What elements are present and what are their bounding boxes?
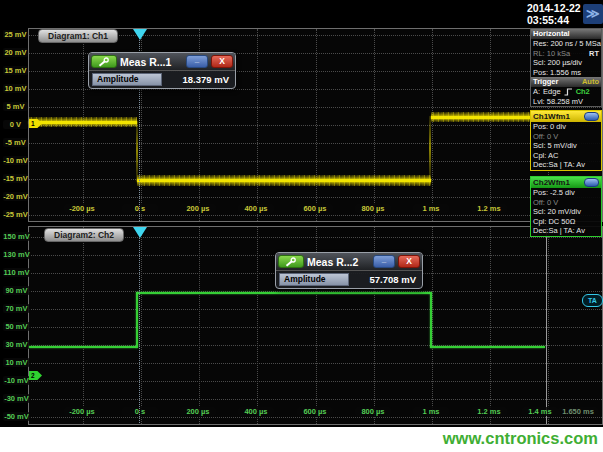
y-axis-label: -15 mV	[3, 174, 28, 183]
ch1-falling-edge	[136, 121, 138, 181]
meas2-titlebar[interactable]: Meas R...2 _ X	[276, 253, 422, 271]
meas-result-window-2[interactable]: Meas R...2 _ X Amplitude 57.708 mV	[275, 252, 423, 289]
y-axis-label: 25 mV	[3, 30, 28, 39]
meas-result-window-1[interactable]: Meas R...1 _ X Amplitude 18.379 mV	[88, 52, 236, 89]
tab-diagram1[interactable]: Diagram1: Ch1	[38, 29, 118, 43]
trigger-position-marker[interactable]	[133, 29, 147, 40]
meas2-param-label[interactable]: Amplitude	[279, 273, 349, 286]
meas1-title: Meas R...1	[120, 56, 186, 68]
ch1-dec-row: Dec:Sa | TA: Av	[531, 160, 601, 170]
ch2wfm1-header[interactable]: Ch2Wfm1	[531, 177, 601, 188]
trigger-position-line	[139, 227, 140, 423]
watermark-text: www.cntronics.com	[443, 429, 598, 448]
ch1wfm1-header[interactable]: Ch1Wfm1	[531, 111, 601, 122]
ch1-pos-row: Pos: 0 div	[531, 122, 601, 132]
x-axis-label: 0 s	[122, 407, 158, 416]
ch1wfm1-panel[interactable]: Ch1Wfm1 Pos: 0 div Off: 0 V Scl: 5 mV/di…	[530, 110, 602, 171]
horizontal-trigger-panel[interactable]: Horizontal Res: 200 ns / 5 MSa/s RL: 10 …	[530, 28, 602, 107]
ch2-scl: Scl: 20 mV/div	[533, 207, 581, 217]
trigger-mode: Auto	[582, 77, 599, 87]
ch2-falling-edge	[430, 292, 432, 348]
x-axis-label: 1.4 ms	[522, 407, 558, 416]
edge-slope-icon	[564, 88, 573, 96]
time-label: 03:55:44	[527, 14, 581, 26]
y-axis-label: 30 mV	[3, 340, 30, 349]
ch1-cpl: Cpl: AC	[533, 151, 558, 161]
rohde-schwarz-logo-icon: ≫	[583, 4, 603, 24]
oscilloscope-screen: 25 mV20 mV15 mV10 mV5 mV0 V-5 mV-10 mV-1…	[0, 0, 603, 452]
meas2-title: Meas R...2	[307, 256, 373, 268]
meas2-value: 57.708 mV	[349, 274, 419, 285]
rl-row: RL: 10 kSa RT	[531, 49, 601, 59]
gridline-v	[374, 29, 375, 221]
trigger-level-badge[interactable]: TA	[582, 294, 603, 307]
y-axis-label: 0 V	[3, 120, 28, 129]
ch2-waveform-high	[137, 292, 431, 294]
gridline-v	[432, 29, 433, 221]
y-axis-label: 50 mV	[3, 322, 30, 331]
x-axis-label: -200 µs	[64, 204, 100, 213]
trigger-title: Trigger	[533, 77, 558, 87]
gridline-v	[490, 227, 491, 424]
y-axis-label: -20 mV	[3, 192, 28, 201]
horizontal-header[interactable]: Horizontal	[531, 29, 601, 39]
y-axis-label: 70 mV	[3, 304, 30, 313]
x-axis-label: 1 ms	[413, 407, 449, 416]
ch1-scl-row: Scl: 5 mV/div	[531, 141, 601, 151]
x-axis-label: 800 µs	[355, 407, 391, 416]
ch1wfm1-title: Ch1Wfm1	[533, 111, 570, 122]
x-axis-label: 0 s	[122, 204, 158, 213]
y-axis-label: 130 mV	[3, 250, 30, 259]
acquisition-end-line	[546, 227, 547, 424]
gridline-v	[432, 227, 433, 424]
scl-row: Scl: 200 µs/div	[531, 58, 601, 68]
datetime-text: 2014-12-22 03:55:44	[527, 2, 581, 26]
trigger-header[interactable]: Trigger Auto	[531, 77, 601, 87]
y-axis-label: 10 mV	[3, 84, 28, 93]
res-value: Res: 200 ns / 5 MSa/s	[533, 39, 601, 49]
close-button[interactable]: X	[211, 55, 233, 68]
ch2-waveform-low-right	[431, 346, 545, 348]
wrench-icon[interactable]	[278, 255, 304, 268]
trigger-position-marker[interactable]	[133, 227, 147, 238]
ch2-scl-row: Scl: 20 mV/div	[531, 207, 601, 217]
panel-minimize-icon[interactable]	[584, 178, 599, 187]
meas1-body: Amplitude 18.379 mV	[89, 71, 235, 88]
panel-minimize-icon[interactable]	[584, 112, 599, 121]
acquisition-end-time-label: 1.650 ms	[558, 407, 598, 416]
y-axis-label: 5 mV	[3, 102, 28, 111]
wrench-icon[interactable]	[91, 55, 117, 68]
pos-value: Pos: 1.556 ms	[533, 68, 581, 78]
datetime-box: 2014-12-22 03:55:44 ≫	[527, 1, 603, 27]
tab-diagram2[interactable]: Diagram2: Ch2	[44, 228, 124, 242]
x-axis-label: 600 µs	[297, 407, 333, 416]
meas1-titlebar[interactable]: Meas R...1 _ X	[89, 53, 235, 71]
close-button[interactable]: X	[398, 255, 420, 268]
minimize-button[interactable]: _	[373, 255, 395, 268]
x-axis-label: 400 µs	[238, 204, 274, 213]
ch2-pos-row: Pos: -2.5 div	[531, 188, 601, 198]
y-axis-label: -50 mV	[3, 412, 30, 421]
ch1-cpl-row: Cpl: AC	[531, 151, 601, 161]
gridline-v	[548, 227, 549, 424]
y-axis-label: 90 mV	[3, 286, 30, 295]
meas1-param-label[interactable]: Amplitude	[92, 73, 162, 86]
gridline-v	[83, 227, 84, 424]
x-axis-label: 600 µs	[297, 204, 333, 213]
watermark-strip: www.cntronics.com	[0, 427, 603, 452]
scl-value: Scl: 200 µs/div	[533, 58, 582, 68]
ch2wfm1-title: Ch2Wfm1	[533, 177, 570, 188]
ch2wfm1-panel[interactable]: Ch2Wfm1 Pos: -2.5 div Off: 0 V Scl: 20 m…	[530, 176, 602, 237]
y-axis-label: -30 mV	[3, 394, 30, 403]
ch1-scl: Scl: 5 mV/div	[533, 141, 577, 151]
x-axis-label: -200 µs	[64, 407, 100, 416]
gridline-v	[257, 29, 258, 221]
minimize-button[interactable]: _	[186, 55, 208, 68]
x-axis-label: 1 ms	[413, 204, 449, 213]
rl-value: RL: 10 kSa	[533, 49, 570, 59]
x-axis-label: 1.2 ms	[471, 204, 507, 213]
x-axis-label: 800 µs	[355, 204, 391, 213]
pos-row: Pos: 1.556 ms	[531, 68, 601, 78]
trigger-level-row: Lvl: 58.258 mV	[531, 97, 601, 107]
ch2-off: Off: 0 V	[533, 198, 558, 208]
